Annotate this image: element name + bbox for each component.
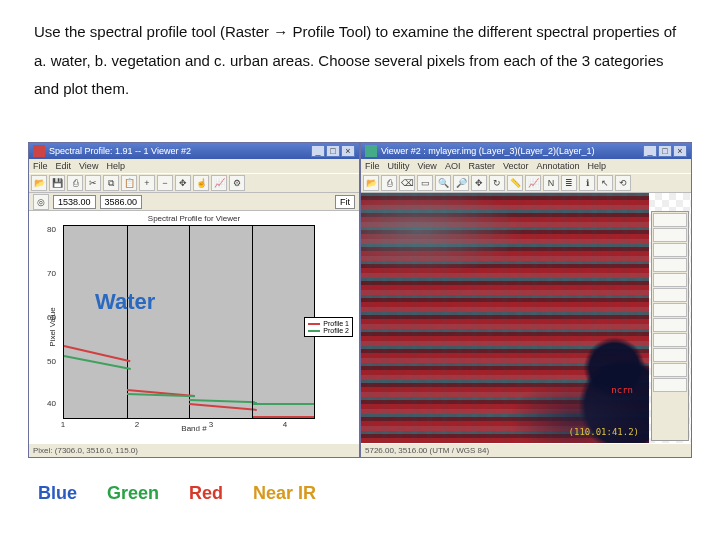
pan-icon[interactable]: ✥	[471, 175, 487, 191]
ytick: 50	[47, 357, 56, 366]
left-menubar: File Edit View Help	[29, 159, 359, 173]
x-axis-label: Band #	[29, 424, 359, 433]
left-statusbar: Pixel: (7306.0, 3516.0, 115.0)	[29, 443, 359, 457]
overlay-coord: (110.01:41.2)	[569, 427, 639, 437]
tool-rect-icon[interactable]	[653, 228, 687, 242]
menu-file[interactable]: File	[365, 161, 380, 171]
pan-icon[interactable]: ✥	[175, 175, 191, 191]
tool-seed-icon[interactable]	[653, 318, 687, 332]
coord-x[interactable]: 1538.00	[53, 195, 96, 209]
tool-group-icon[interactable]	[653, 348, 687, 362]
maximize-button[interactable]: □	[326, 145, 340, 157]
target-icon[interactable]: ◎	[33, 194, 49, 210]
measure-icon[interactable]: 📏	[507, 175, 523, 191]
zoom-in-icon[interactable]: 🔍	[435, 175, 451, 191]
maximize-button[interactable]: □	[658, 145, 672, 157]
menu-aoi[interactable]: AOI	[445, 161, 461, 171]
print-icon[interactable]: ⎙	[67, 175, 83, 191]
profile-1-line	[252, 416, 315, 418]
windows-container: Spectral Profile: 1.91 -- 1 Viewer #2 _ …	[28, 142, 692, 458]
spectral-profile-window: Spectral Profile: 1.91 -- 1 Viewer #2 _ …	[28, 142, 360, 458]
menu-annotation[interactable]: Annotation	[536, 161, 579, 171]
menu-help[interactable]: Help	[106, 161, 125, 171]
settings-icon[interactable]: ⚙	[229, 175, 245, 191]
tool-ungroup-icon[interactable]	[653, 363, 687, 377]
menu-utility[interactable]: Utility	[388, 161, 410, 171]
coord-bar: ◎ 1538.00 3586.00 Fit	[29, 193, 359, 211]
xtick: 1	[61, 420, 65, 429]
plot-title: Spectral Profile for Viewer	[29, 214, 359, 223]
xtick: 2	[135, 420, 139, 429]
legend-label: Profile 2	[323, 327, 349, 334]
open-icon[interactable]: 📂	[31, 175, 47, 191]
band-red: Red	[189, 483, 223, 504]
print-icon[interactable]: ⎙	[381, 175, 397, 191]
erase-icon[interactable]: ⌫	[399, 175, 415, 191]
app-icon	[33, 145, 45, 157]
north-icon[interactable]: N	[543, 175, 559, 191]
right-titlebar[interactable]: Viewer #2 : mylayer.img (Layer_3)(Layer_…	[361, 143, 691, 159]
left-title: Spectral Profile: 1.91 -- 1 Viewer #2	[49, 146, 311, 156]
aoi-tool-palette[interactable]	[651, 211, 689, 441]
legend-row: Profile 1	[308, 320, 349, 327]
cut-icon[interactable]: ✂	[85, 175, 101, 191]
menu-edit[interactable]: Edit	[56, 161, 72, 171]
tool-grow-icon[interactable]	[653, 303, 687, 317]
xtick: 4	[283, 420, 287, 429]
reset-icon[interactable]: ⟲	[615, 175, 631, 191]
roam-icon[interactable]: ↻	[489, 175, 505, 191]
select-icon[interactable]: ▭	[417, 175, 433, 191]
zoom-in-icon[interactable]: +	[139, 175, 155, 191]
profile-1-line	[189, 403, 256, 411]
chart-icon[interactable]: 📈	[211, 175, 227, 191]
ytick: 40	[47, 399, 56, 408]
band-blue: Blue	[38, 483, 77, 504]
legend-row: Profile 2	[308, 327, 349, 334]
pixel-marker: ncrn	[611, 385, 633, 395]
pointer-icon[interactable]: ↖	[597, 175, 613, 191]
image-viewport[interactable]: ncrn (110.01:41.2)	[361, 193, 691, 443]
close-button[interactable]: ×	[673, 145, 687, 157]
tool-poly-icon[interactable]	[653, 243, 687, 257]
tool-point-icon[interactable]	[653, 288, 687, 302]
paste-icon[interactable]: 📋	[121, 175, 137, 191]
legend-swatch	[308, 330, 320, 332]
ytick: 60	[47, 313, 56, 322]
band-nearir: Near IR	[253, 483, 316, 504]
menu-view[interactable]: View	[418, 161, 437, 171]
tool-ellipse-icon[interactable]	[653, 258, 687, 272]
plot-grid	[63, 225, 315, 419]
save-icon[interactable]: 💾	[49, 175, 65, 191]
satellite-image[interactable]	[361, 193, 649, 443]
pick-icon[interactable]: ☝	[193, 175, 209, 191]
fit-mode[interactable]: Fit	[335, 195, 355, 209]
ytick: 70	[47, 269, 56, 278]
profile-icon[interactable]: 📈	[525, 175, 541, 191]
menu-raster[interactable]: Raster	[468, 161, 495, 171]
tool-cut-icon[interactable]	[653, 333, 687, 347]
layers-icon[interactable]: ≣	[561, 175, 577, 191]
menu-file[interactable]: File	[33, 161, 48, 171]
right-menubar: File Utility View AOI Raster Vector Anno…	[361, 159, 691, 173]
tool-pointer-icon[interactable]	[653, 213, 687, 227]
copy-icon[interactable]: ⧉	[103, 175, 119, 191]
menu-vector[interactable]: Vector	[503, 161, 529, 171]
info-icon[interactable]: ℹ	[579, 175, 595, 191]
close-button[interactable]: ×	[341, 145, 355, 157]
left-toolbar: 📂 💾 ⎙ ✂ ⧉ 📋 + − ✥ ☝ 📈 ⚙	[29, 173, 359, 193]
tool-props-icon[interactable]	[653, 378, 687, 392]
zoom-out-icon[interactable]: 🔎	[453, 175, 469, 191]
menu-view[interactable]: View	[79, 161, 98, 171]
minimize-button[interactable]: _	[311, 145, 325, 157]
tool-line-icon[interactable]	[653, 273, 687, 287]
band-labels: Blue Green Red Near IR	[38, 483, 316, 504]
left-titlebar[interactable]: Spectral Profile: 1.91 -- 1 Viewer #2 _ …	[29, 143, 359, 159]
band-green: Green	[107, 483, 159, 504]
zoom-out-icon[interactable]: −	[157, 175, 173, 191]
coord-y[interactable]: 3586.00	[100, 195, 143, 209]
profile-2-line	[189, 399, 257, 403]
right-title: Viewer #2 : mylayer.img (Layer_3)(Layer_…	[381, 146, 643, 156]
menu-help[interactable]: Help	[587, 161, 606, 171]
open-icon[interactable]: 📂	[363, 175, 379, 191]
minimize-button[interactable]: _	[643, 145, 657, 157]
